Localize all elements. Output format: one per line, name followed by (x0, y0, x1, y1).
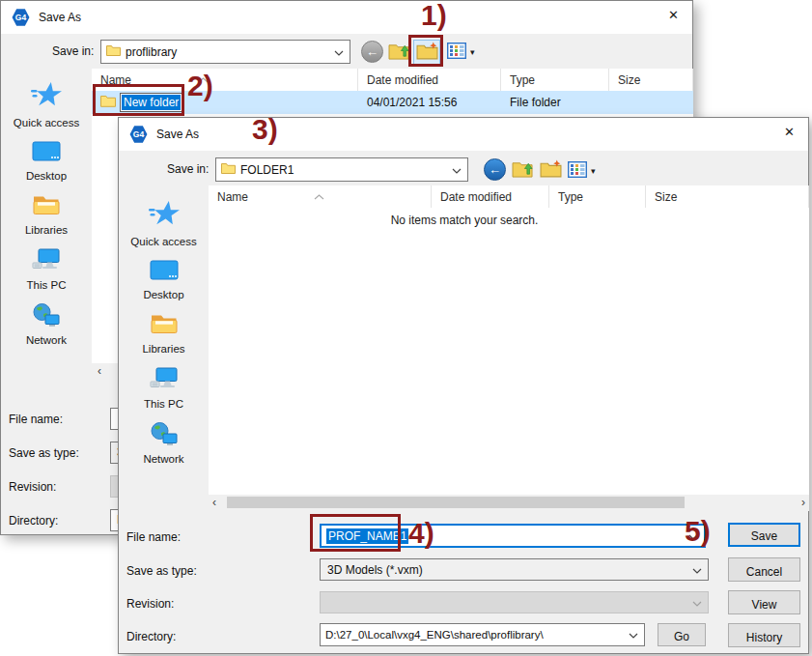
sidebar-item-label: Libraries (25, 224, 68, 236)
views-menu-button[interactable] (446, 42, 467, 63)
column-header-date-modified[interactable]: Date modified (358, 69, 501, 91)
save-in-combobox[interactable]: proflibrary (100, 40, 350, 64)
annotation-step-1: 1) (421, 1, 447, 30)
go-button[interactable]: Go (658, 623, 706, 646)
titlebar[interactable]: G4 Save As ✕ (119, 118, 808, 151)
sidebar-item-label: Desktop (143, 289, 183, 300)
save-in-value: proflibrary (126, 45, 177, 59)
scroll-left-icon[interactable]: ‹ (212, 495, 216, 510)
directory-value: D:\27_0\Local\vxg4_ENG\shared\proflibrar… (325, 629, 544, 641)
titlebar[interactable]: G4 Save As ✕ (1, 1, 692, 34)
view-button[interactable]: View (728, 590, 800, 614)
file-name-label: File name: (9, 413, 63, 426)
quick-access-star-icon (149, 200, 180, 233)
column-header-date-modified[interactable]: Date modified (432, 185, 549, 208)
views-dropdown-arrow-icon[interactable]: ▾ (591, 166, 596, 176)
annotation-step-3: 3) (252, 115, 278, 144)
this-pc-icon (32, 247, 61, 276)
close-icon[interactable]: ✕ (668, 9, 679, 21)
scroll-right-icon[interactable]: › (801, 495, 805, 510)
sidebar-item-quick-access[interactable]: Quick access (119, 200, 209, 247)
folder-up-icon (512, 158, 534, 183)
save-in-value: FOLDER1 (240, 163, 294, 177)
directory-input[interactable]: D:\27_0\Local\vxg4_ENG\shared\proflibrar… (320, 623, 645, 646)
sidebar-item-label: This PC (144, 398, 183, 410)
directory-label: Directory: (9, 514, 58, 528)
sidebar-item-label: Network (26, 334, 67, 346)
places-sidebar: Quick access Desktop Libraries This PC N… (1, 69, 92, 380)
annotation-step-4: 4) (408, 519, 434, 548)
save-as-type-label: Save as type: (9, 446, 79, 460)
revision-label: Revision: (9, 480, 56, 494)
column-header-type[interactable]: Type (501, 69, 609, 91)
revision-label: Revision: (126, 597, 174, 611)
annotation-step-5: 5) (685, 517, 711, 546)
date-modified-cell: 04/01/2021 15:56 (358, 96, 501, 109)
history-button[interactable]: History (728, 623, 800, 647)
back-arrow-icon: ← (489, 163, 501, 176)
views-menu-button[interactable] (567, 160, 588, 182)
scrollbar-thumb[interactable] (227, 497, 685, 508)
sidebar-item-quick-access[interactable]: Quick access (1, 81, 92, 128)
screenshot-root: G4 Save As ✕ Save in: proflibrary ← ▾ (0, 0, 812, 656)
type-cell: File folder (501, 96, 609, 109)
new-folder-button[interactable] (538, 158, 563, 182)
chevron-down-icon (334, 45, 344, 59)
sidebar-item-libraries[interactable]: Libraries (119, 312, 209, 355)
save-in-label: Save in: (167, 162, 209, 176)
network-icon (150, 421, 179, 450)
views-grid-icon (568, 161, 587, 182)
sidebar-item-network[interactable]: Network (1, 302, 92, 346)
sidebar-item-desktop[interactable]: Desktop (119, 259, 209, 300)
revision-combobox (320, 591, 709, 613)
scroll-left-icon[interactable]: ‹ (98, 363, 101, 379)
sidebar-item-this-pc[interactable]: This PC (119, 366, 209, 410)
up-one-level-button[interactable] (511, 158, 535, 182)
back-button[interactable]: ← (361, 41, 383, 63)
back-button[interactable]: ← (484, 158, 506, 181)
libraries-folder-icon (150, 312, 179, 340)
annotation-step-2: 2) (187, 71, 213, 100)
cancel-button[interactable]: Cancel (728, 557, 800, 582)
column-header-size[interactable]: Size (609, 69, 693, 91)
this-pc-icon (150, 366, 179, 395)
horizontal-scrollbar[interactable]: ‹ › (209, 495, 809, 511)
file-list: Name Date modified Type Size No items ma… (209, 185, 809, 511)
quick-access-star-icon (31, 81, 62, 114)
sidebar-item-label: This PC (27, 279, 67, 291)
save-button[interactable]: Save (728, 523, 800, 547)
sidebar-item-this-pc[interactable]: This PC (1, 247, 92, 291)
libraries-folder-icon (32, 193, 61, 221)
folder-icon (221, 162, 236, 177)
sidebar-item-label: Quick access (130, 236, 196, 247)
back-arrow-icon: ← (366, 45, 378, 58)
save-in-combobox[interactable]: FOLDER1 (215, 157, 468, 182)
column-header-size[interactable]: Size (646, 185, 809, 208)
list-header-row: Name Date modified Type Size (209, 185, 809, 208)
save-as-type-value: 3D Models (*.vxm) (325, 563, 423, 577)
window-title: Save As (39, 11, 81, 24)
views-dropdown-arrow-icon[interactable]: ▾ (470, 47, 475, 57)
empty-list-message: No items match your search. (320, 214, 609, 227)
desktop-icon (150, 259, 179, 286)
column-header-type[interactable]: Type (549, 185, 646, 208)
sidebar-item-desktop[interactable]: Desktop (1, 140, 92, 182)
chevron-down-icon (629, 629, 638, 641)
close-icon[interactable]: ✕ (784, 126, 795, 138)
sidebar-item-libraries[interactable]: Libraries (1, 193, 92, 236)
places-sidebar: Quick access Desktop Libraries This PC N… (119, 187, 209, 506)
sidebar-item-label: Quick access (14, 117, 79, 128)
save-as-dialog-foreground: G4 Save As ✕ Save in: FOLDER1 ← ▾ Qui (118, 117, 809, 654)
save-in-label: Save in: (52, 44, 94, 58)
sidebar-item-label: Libraries (142, 343, 184, 355)
sidebar-item-network[interactable]: Network (119, 421, 209, 465)
folder-up-icon (388, 41, 410, 65)
sort-ascending-icon (314, 186, 324, 204)
highlight-box-file-name (310, 514, 401, 552)
chevron-down-icon (692, 563, 702, 577)
save-as-type-label: Save as type: (126, 564, 197, 578)
chevron-down-icon (452, 163, 462, 177)
save-as-type-combobox[interactable]: 3D Models (*.vxm) (320, 558, 709, 581)
new-folder-icon (540, 159, 562, 182)
app-icon-g4: G4 (12, 9, 30, 27)
